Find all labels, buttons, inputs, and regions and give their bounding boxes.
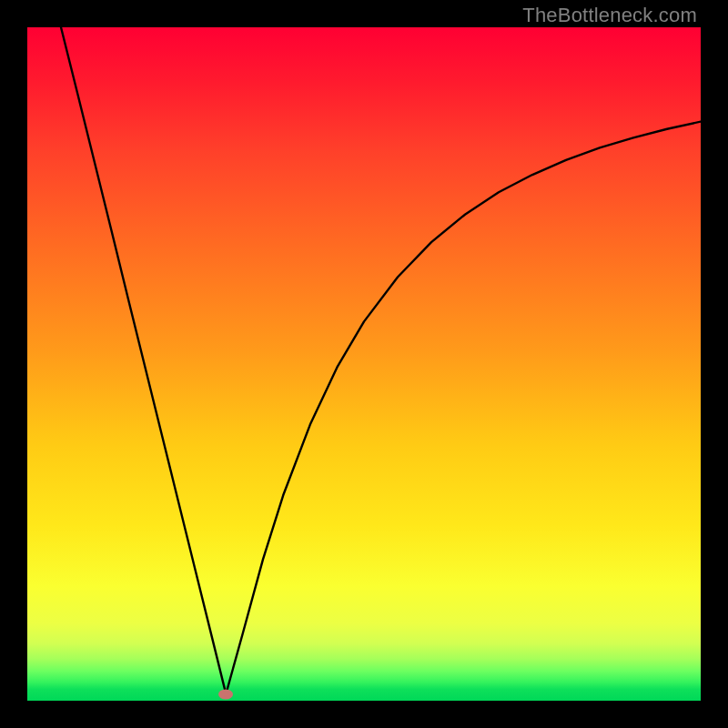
chart-frame: TheBottleneck.com	[0, 0, 728, 728]
plot-area	[27, 27, 701, 701]
bottleneck-curve	[27, 27, 701, 701]
minimum-marker	[218, 689, 233, 699]
watermark-text: TheBottleneck.com	[522, 4, 697, 27]
